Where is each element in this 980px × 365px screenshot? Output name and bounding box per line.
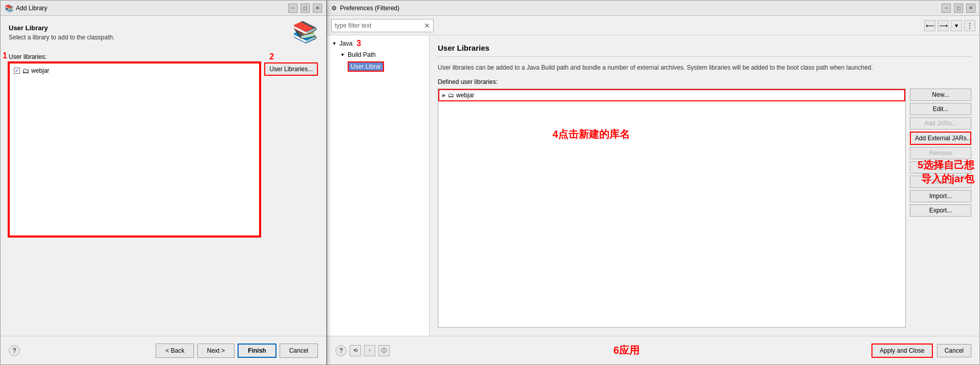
- sidebar-item-java[interactable]: ▼ Java 3: [327, 37, 429, 50]
- pref-footer: ? ⟲ ↑ ⓘ 6应用 Apply and Close Cancel: [327, 336, 979, 364]
- pref-maximize-button[interactable]: ◻: [954, 4, 963, 13]
- maximize-button[interactable]: ◻: [301, 4, 310, 13]
- new-button[interactable]: New...: [910, 89, 971, 101]
- libraries-row: ✓ 🗂 webjar 2 User Libraries...: [9, 62, 318, 237]
- search-input[interactable]: [335, 22, 424, 29]
- search-box[interactable]: ✕: [331, 19, 434, 32]
- footer-left: ?: [9, 345, 20, 356]
- add-library-content: User Library Select a library to add to …: [1, 16, 326, 336]
- pref-footer-left: ? ⟲ ↑ ⓘ: [335, 345, 390, 356]
- tree-arrow-buildpath: ▼: [339, 52, 346, 58]
- up-button[interactable]: Up: [910, 161, 971, 174]
- pref-nav-buttons: ⟵ ⟶ ▾ ⋮: [924, 20, 975, 31]
- pref-titlebar: ⚙ Preferences (Filtered) ─ ◻ ✕: [327, 1, 979, 16]
- lib-list-box[interactable]: ▶ 🗂 webjar: [438, 89, 906, 328]
- pref-titlebar-btns: ─ ◻ ✕: [942, 4, 975, 13]
- lib-name: webjar: [31, 67, 49, 74]
- pref-minimize-button[interactable]: ─: [942, 4, 951, 13]
- back-button[interactable]: < Back: [156, 343, 194, 358]
- lib-item-name: webjar: [456, 92, 474, 99]
- section-subtitle: Select a library to add to the classpath…: [9, 34, 115, 41]
- user-libraries-label: User libraries:: [9, 53, 47, 60]
- footer-buttons: < Back Next > Finish Cancel: [156, 343, 318, 358]
- pref-info-button[interactable]: ⓘ: [378, 345, 390, 356]
- down-button[interactable]: Down: [910, 176, 971, 188]
- add-library-titlebar: 📚 Add Library ─ ◻ ✕: [1, 1, 326, 16]
- annotation-2: 2: [269, 52, 274, 61]
- defined-label: Defined user libraries:: [438, 78, 971, 85]
- library-icon: 📚: [292, 20, 318, 44]
- apply-close-button[interactable]: Apply and Close: [871, 343, 932, 358]
- add-external-jars-button[interactable]: Add External JARs...: [910, 132, 971, 145]
- pref-toolbar: ✕ ⟵ ⟶ ▾ ⋮: [327, 16, 979, 35]
- list-item[interactable]: ▶ 🗂 webjar: [438, 89, 905, 101]
- search-clear-icon[interactable]: ✕: [424, 22, 430, 30]
- nav-back-button[interactable]: ⟵: [924, 20, 935, 31]
- add-library-title: Add Library: [16, 5, 285, 12]
- list-item[interactable]: ✓ 🗂 webjar: [12, 66, 257, 76]
- lib-icon: 🗂: [22, 67, 29, 75]
- sidebar-item-userlibraries[interactable]: User Librar: [344, 60, 429, 73]
- pref-main: ▼ Java 3 ▼ Build Path User Librar User L…: [327, 35, 979, 336]
- user-libraries-btn-wrapper: 2 User Libraries...: [264, 62, 318, 237]
- annotation-6: 6应用: [613, 343, 640, 357]
- add-library-dialog: 📚 Add Library ─ ◻ ✕ User Library Select …: [0, 0, 327, 365]
- pref-export-button[interactable]: ↑: [364, 345, 375, 356]
- finish-button[interactable]: Finish: [238, 343, 276, 358]
- tree-arrow-java: ▼: [331, 40, 337, 47]
- pref-sidebar[interactable]: ▼ Java 3 ▼ Build Path User Librar: [327, 35, 430, 336]
- pref-cancel-button[interactable]: Cancel: [937, 344, 971, 357]
- lib-buttons: New... Edit... Add JARs... Add External …: [910, 89, 971, 328]
- preferences-dialog: ⚙ Preferences (Filtered) ─ ◻ ✕ ✕ ⟵ ⟶ ▾ ⋮…: [327, 0, 980, 365]
- close-button[interactable]: ✕: [313, 4, 322, 13]
- nav-more-button[interactable]: ⋮: [964, 20, 975, 31]
- sidebar-item-buildpath[interactable]: ▼ Build Path: [335, 50, 429, 60]
- sidebar-buildpath-label: Build Path: [348, 51, 376, 58]
- lib-icon: 🗂: [448, 92, 454, 99]
- pref-close-button[interactable]: ✕: [966, 4, 975, 13]
- next-button[interactable]: Next >: [197, 343, 235, 358]
- lib-expand-arrow: ▶: [442, 93, 446, 98]
- libraries-list[interactable]: ✓ 🗂 webjar: [9, 62, 260, 237]
- edit-button[interactable]: Edit...: [910, 103, 971, 115]
- add-jars-button[interactable]: Add JARs...: [910, 117, 971, 130]
- remove-button[interactable]: Remove: [910, 147, 971, 159]
- pref-content: User Libraries User libraries can be add…: [430, 35, 979, 336]
- pref-restore-button[interactable]: ⟲: [350, 345, 361, 356]
- pref-help-button[interactable]: ?: [335, 345, 347, 356]
- lib-checkbox[interactable]: ✓: [14, 68, 20, 74]
- add-library-icon: 📚: [5, 4, 13, 12]
- minimize-button[interactable]: ─: [288, 4, 297, 13]
- nav-menu-button[interactable]: ▾: [951, 20, 962, 31]
- user-libraries-button[interactable]: User Libraries...: [264, 62, 318, 76]
- sidebar-java-label: Java: [339, 40, 352, 47]
- help-button[interactable]: ?: [9, 345, 20, 356]
- export-button[interactable]: Export...: [910, 204, 971, 217]
- pref-content-title: User Libraries: [438, 44, 971, 57]
- sidebar-content: ▼ Java 3 ▼ Build Path User Librar: [327, 37, 429, 73]
- pref-footer-right: Apply and Close Cancel: [871, 343, 971, 358]
- annotation-3: 3: [356, 39, 361, 48]
- nav-forward-button[interactable]: ⟶: [938, 20, 949, 31]
- libraries-panel: ▶ 🗂 webjar New... Edit... Add JARs... Ad…: [438, 89, 971, 328]
- sidebar-userlibraries-label: User Librar: [348, 61, 384, 72]
- section-title: User Library: [9, 24, 115, 32]
- add-library-footer: ? < Back Next > Finish Cancel: [1, 336, 326, 364]
- cancel-button[interactable]: Cancel: [280, 343, 318, 358]
- annotation-1: 1: [3, 51, 7, 60]
- import-button[interactable]: Import...: [910, 190, 971, 202]
- pref-icon: ⚙: [331, 5, 337, 12]
- pref-description: User libraries can be added to a Java Bu…: [438, 63, 971, 72]
- pref-title: Preferences (Filtered): [340, 5, 939, 12]
